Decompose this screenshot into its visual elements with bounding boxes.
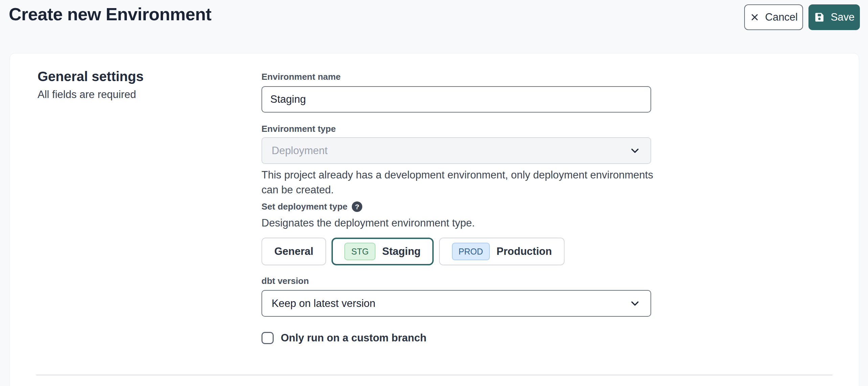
deployment-option-staging[interactable]: STG Staging	[332, 238, 433, 265]
create-environment-page: Create new Environment Cancel Save Gener…	[0, 0, 868, 386]
save-label: Save	[831, 11, 855, 23]
deployment-option-production-label: Production	[497, 245, 552, 258]
deployment-option-general-label: General	[274, 245, 313, 258]
custom-branch-checkbox[interactable]	[261, 332, 274, 344]
section-heading: General settings	[38, 69, 143, 84]
dbt-version-label: dbt version	[261, 276, 309, 286]
deployment-type-label-row: Set deployment type ?	[261, 201, 362, 212]
dbt-version-value: Keep on latest version	[272, 297, 375, 310]
section-divider	[36, 375, 832, 376]
deployment-type-description: Designates the deployment environment ty…	[261, 217, 475, 229]
save-button[interactable]: Save	[808, 4, 860, 30]
environment-type-value: Deployment	[272, 145, 327, 157]
help-icon[interactable]: ?	[352, 201, 362, 212]
production-badge: PROD	[452, 243, 490, 260]
chevron-down-icon	[629, 145, 641, 157]
close-icon	[750, 12, 760, 22]
deployment-option-general[interactable]: General	[261, 238, 326, 265]
deployment-option-staging-label: Staging	[382, 245, 421, 258]
deployment-type-label: Set deployment type	[261, 201, 347, 212]
page-title: Create new Environment	[9, 4, 211, 24]
section-subheading: All fields are required	[38, 89, 136, 101]
general-settings-card: General settings All fields are required…	[9, 53, 859, 386]
cancel-button[interactable]: Cancel	[744, 4, 803, 30]
deployment-option-production[interactable]: PROD Production	[439, 238, 565, 265]
environment-type-label: Environment type	[261, 124, 336, 134]
deployment-type-options: General STG Staging PROD Production	[261, 238, 565, 265]
chevron-down-icon	[629, 297, 641, 310]
staging-badge: STG	[344, 243, 375, 260]
save-icon	[814, 11, 825, 23]
custom-branch-label: Only run on a custom branch	[281, 332, 427, 344]
environment-type-select[interactable]: Deployment	[261, 137, 651, 164]
cancel-label: Cancel	[765, 11, 798, 23]
environment-type-helper: This project already has a development e…	[261, 168, 656, 197]
header-actions: Cancel Save	[744, 4, 860, 30]
environment-name-label: Environment name	[261, 72, 341, 82]
custom-branch-row: Only run on a custom branch	[261, 332, 427, 344]
dbt-version-select[interactable]: Keep on latest version	[261, 290, 651, 317]
environment-name-input[interactable]	[261, 86, 651, 113]
